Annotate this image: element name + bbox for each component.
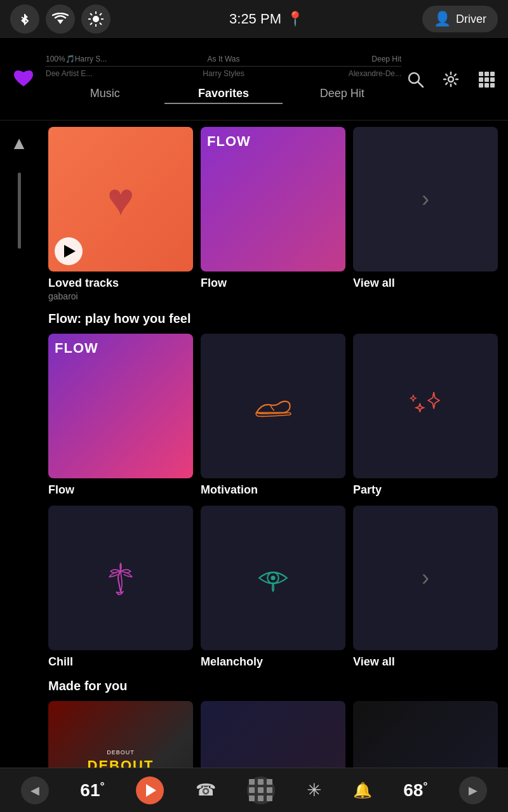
motivation-card[interactable]: Motivation: [201, 334, 345, 497]
flow-card-name: Flow: [48, 483, 193, 497]
location-icon: 📍: [286, 11, 304, 27]
play-button[interactable]: [136, 776, 164, 804]
phone-icon[interactable]: ☎: [196, 780, 216, 800]
viewall-card[interactable]: › View all: [353, 127, 498, 301]
temp-left: 61°: [80, 780, 104, 801]
viewall2-name: View all: [353, 655, 498, 669]
collapse-button[interactable]: ▲: [10, 133, 28, 154]
eye-tear-icon: [251, 556, 295, 600]
status-bar: 3:25 PM 📍 👤 Driver: [0, 0, 508, 38]
mfy-title: Made for you: [48, 679, 498, 693]
driver-badge[interactable]: 👤 Driver: [422, 6, 498, 32]
band1-card[interactable]: 🎤👓👨‍🎤: [201, 701, 345, 768]
grid-button[interactable]: [472, 65, 500, 93]
svg-rect-21: [485, 83, 489, 88]
svg-rect-18: [485, 77, 489, 82]
bluetooth-icon: [10, 4, 39, 34]
sparkle-icon: [403, 384, 448, 428]
fan-icon[interactable]: ✳: [307, 780, 321, 801]
svg-rect-19: [490, 77, 495, 82]
svg-line-8: [100, 13, 102, 15]
play-triangle: [64, 245, 76, 258]
band2-card[interactable]: 🎭👤👤: [353, 701, 498, 768]
deezer-logo[interactable]: [8, 62, 39, 96]
shoe-icon: [251, 384, 295, 428]
wifi-icon: [46, 4, 75, 34]
svg-marker-0: [57, 20, 64, 24]
flow-row-1: FLOW Flow Motivation: [48, 334, 498, 497]
tab-favorites-sub1: As It Was: [165, 55, 282, 63]
viewall-name: View all: [353, 277, 498, 290]
svg-rect-14: [479, 72, 483, 76]
flow-label-2: FLOW: [55, 340, 98, 357]
settings-button[interactable]: [437, 65, 465, 93]
tab-favorites-sub2: Harry Styles: [165, 69, 282, 78]
flow-section-title: Flow: play how you feel: [48, 311, 498, 326]
driver-label: Driver: [456, 13, 486, 26]
svg-point-24: [271, 576, 276, 580]
heart-icon: ♥: [107, 173, 135, 225]
melancholy-name: Melancholy: [201, 655, 345, 669]
brightness-icon: [81, 4, 110, 34]
melancholy-card[interactable]: Melancholy: [201, 506, 345, 669]
chill-name: Chill: [48, 655, 193, 669]
play-triangle: [146, 784, 156, 797]
svg-rect-17: [479, 77, 483, 82]
loved-tracks-name: Loved tracks: [48, 277, 193, 290]
loved-tracks-card[interactable]: ♥ Loved tracks gabaroi: [48, 127, 193, 301]
viewall2-card[interactable]: › View all: [353, 506, 498, 669]
chill-card[interactable]: Chill: [48, 506, 193, 669]
bottom-bar: ◀ 61° ☎ ✳ 🔔 68° ▶: [0, 768, 508, 812]
debout-sub: DEBOUT: [107, 749, 135, 756]
bell-icon[interactable]: 🔔: [353, 782, 372, 799]
party-card[interactable]: Party: [353, 334, 498, 497]
apps-grid-icon: [249, 779, 273, 801]
scroll-indicator: [18, 173, 21, 249]
mfy-row: DEBOUT DEBOUTsur le zinc collab... 🎤👓👨: [48, 701, 498, 768]
main-content: ▲ ♥ Loved tracks gabaroi: [0, 121, 508, 768]
tab-music-sub2: Dee Artist E...: [46, 69, 163, 78]
debout-label: DEBOUTsur le zinc: [88, 758, 154, 768]
tab-deep-sub2: Alexandre-De...: [284, 69, 401, 78]
svg-rect-22: [490, 83, 495, 88]
flow-gradient-card[interactable]: FLOW Flow: [48, 334, 193, 497]
svg-point-13: [448, 77, 453, 82]
next-button[interactable]: ▶: [459, 776, 487, 804]
svg-rect-16: [490, 72, 495, 76]
debout-card[interactable]: DEBOUT DEBOUTsur le zinc collab...: [48, 701, 193, 768]
chevron-right-2-icon: ›: [422, 565, 429, 591]
prev-button[interactable]: ◀: [21, 776, 49, 804]
flow-card[interactable]: FLOW Flow: [201, 127, 345, 301]
tab-deep-sub1: Deep Hit: [284, 55, 401, 63]
tab-music-sub1: 100%🎵Harry S...: [46, 55, 163, 63]
svg-rect-15: [485, 72, 489, 76]
loved-tracks-sub: gabaroi: [48, 291, 193, 301]
flow-row-2: Chill: [48, 506, 498, 669]
svg-rect-20: [479, 83, 483, 88]
flow-name: Flow: [201, 277, 345, 290]
svg-line-6: [90, 13, 92, 15]
chevron-right-icon: ›: [422, 186, 429, 213]
favorites-row: ♥ Loved tracks gabaroi FLOW Flow: [48, 127, 498, 301]
top-nav: 100%🎵Harry S... As It Was Deep Hit Dee A…: [0, 38, 508, 121]
content-scroll: ♥ Loved tracks gabaroi FLOW Flow: [38, 121, 508, 768]
svg-point-1: [93, 16, 99, 22]
status-time: 3:25 PM 📍: [229, 11, 304, 27]
party-name: Party: [353, 483, 498, 497]
apps-grid-button[interactable]: [247, 776, 275, 804]
tab-favorites[interactable]: Favorites: [164, 84, 283, 104]
svg-line-12: [418, 82, 423, 87]
temp-right: 68°: [403, 780, 427, 801]
nav-icons: [401, 65, 500, 93]
time-label: 3:25 PM: [229, 11, 281, 27]
tab-music[interactable]: Music: [46, 84, 164, 104]
palm-tree-icon: [98, 556, 143, 600]
svg-line-9: [90, 23, 92, 25]
flow-label: FLOW: [207, 133, 251, 150]
tab-deep[interactable]: Deep Hit: [283, 84, 401, 104]
status-left-icons: [10, 4, 110, 34]
motivation-name: Motivation: [201, 483, 345, 497]
driver-icon: 👤: [434, 11, 451, 27]
search-button[interactable]: [401, 65, 429, 93]
loved-play-button[interactable]: [55, 237, 83, 265]
